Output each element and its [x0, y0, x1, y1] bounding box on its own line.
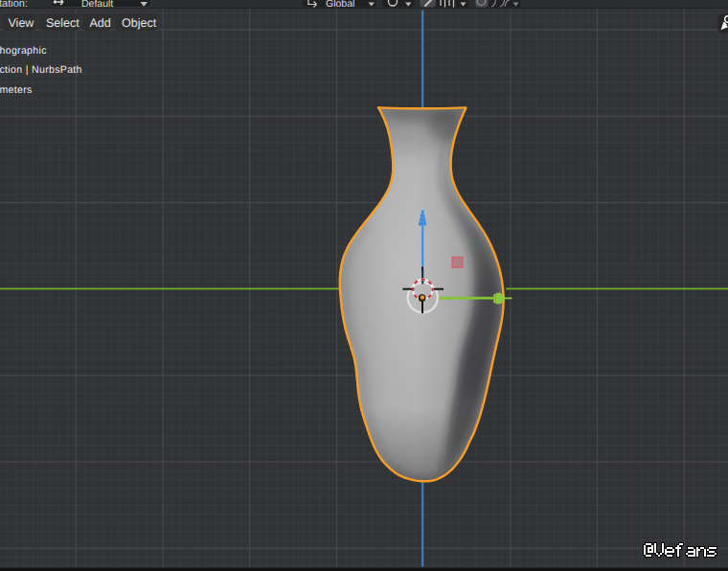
svg-text:hographic: hographic — [0, 45, 47, 57]
svg-text:Object: Object — [122, 16, 157, 30]
svg-text:ction | NurbsPath: ction | NurbsPath — [0, 64, 82, 76]
svg-text:Global: Global — [326, 0, 354, 10]
svg-text:tation:: tation: — [0, 0, 28, 10]
svg-text:meters: meters — [0, 84, 33, 96]
svg-text:View: View — [9, 16, 35, 30]
svg-text:Add: Add — [90, 16, 111, 30]
svg-text:Select: Select — [46, 16, 80, 30]
svg-text:Default: Default — [81, 0, 113, 10]
